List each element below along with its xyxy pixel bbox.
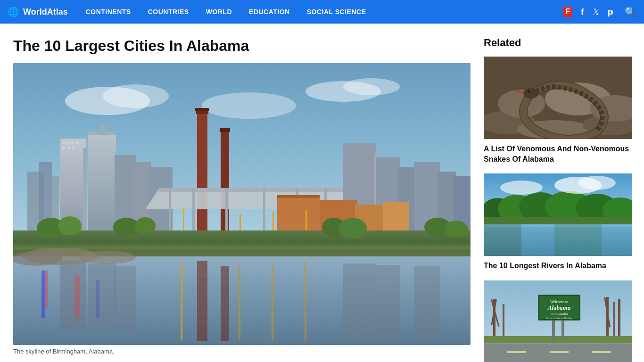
svg-point-100 (529, 90, 530, 91)
related-thumb-snakes[interactable] (484, 57, 632, 139)
svg-point-90 (79, 251, 136, 264)
svg-rect-18 (88, 132, 116, 233)
facebook-icon[interactable]: f (581, 7, 584, 17)
svg-rect-80 (376, 265, 400, 337)
related-title-rivers[interactable]: The 10 Longest Rivers In Alabama (484, 261, 635, 271)
nav-world[interactable]: WORLD (198, 0, 240, 24)
pinterest-icon[interactable]: 𝗽 (607, 7, 613, 17)
svg-text:Welcome to: Welcome to (550, 300, 568, 304)
sidebar: Related (484, 37, 635, 362)
svg-rect-68 (197, 261, 207, 341)
related-item-alabama: Welcome to Alabama the Beautiful Governo… (484, 280, 635, 362)
hero-caption: The skyline of Birmingham, Alabama. (13, 348, 471, 355)
svg-point-61 (339, 218, 367, 239)
article: The 10 Largest Cities In Alabama (13, 37, 471, 362)
svg-point-2 (103, 84, 169, 108)
svg-rect-118 (554, 224, 602, 256)
content-wrapper: The 10 Largest Cities In Alabama (0, 24, 644, 362)
svg-rect-17 (72, 147, 74, 149)
svg-rect-26 (195, 108, 209, 111)
svg-text:Governor Robert Bentley: Governor Robert Bentley (546, 317, 572, 320)
svg-rect-133 (507, 351, 526, 353)
nav-links: CONTINENTS COUNTRIES WORLD EDUCATION SOC… (77, 0, 563, 24)
svg-rect-30 (159, 188, 343, 192)
svg-rect-45 (277, 195, 320, 198)
svg-point-5 (202, 92, 296, 119)
flipboard-icon[interactable]: F (563, 7, 572, 17)
sidebar-title: Related (484, 37, 635, 49)
logo-text: WorldAtlas (23, 7, 68, 17)
related-item-snakes: A List Of Venomous And Non-Venomous Snak… (484, 57, 635, 164)
svg-rect-134 (550, 351, 569, 353)
svg-rect-67 (115, 266, 136, 332)
svg-rect-50 (182, 208, 185, 210)
nav-social-science[interactable]: SOCIAL SCIENCE (298, 0, 375, 24)
nav-countries[interactable]: COUNTRIES (140, 0, 198, 24)
article-title: The 10 Largest Cities In Alabama (13, 37, 471, 55)
related-title-snakes[interactable]: A List Of Venomous And Non-Venomous Snak… (484, 144, 635, 164)
svg-rect-76 (45, 271, 48, 308)
svg-point-57 (58, 216, 82, 235)
svg-point-89 (13, 252, 63, 266)
svg-rect-52 (272, 212, 274, 233)
svg-rect-11 (62, 142, 65, 144)
svg-rect-53 (305, 210, 307, 233)
related-thumb-rivers[interactable] (484, 173, 632, 256)
nav-continents[interactable]: CONTINENTS (77, 0, 140, 24)
svg-rect-14 (76, 142, 79, 144)
snake-image (484, 57, 632, 139)
svg-rect-136 (484, 336, 632, 343)
svg-rect-77 (74, 275, 80, 318)
svg-rect-81 (414, 266, 440, 337)
svg-rect-12 (67, 142, 70, 144)
related-thumb-alabama[interactable]: Welcome to Alabama the Beautiful Governo… (484, 280, 632, 362)
svg-point-98 (523, 88, 538, 99)
hero-svg (13, 63, 471, 345)
svg-rect-72 (239, 263, 240, 340)
svg-rect-20 (99, 124, 106, 135)
svg-point-99 (528, 90, 530, 92)
river-image (484, 173, 632, 256)
svg-rect-65 (60, 261, 86, 332)
article-hero-image (13, 63, 471, 345)
svg-rect-135 (592, 351, 611, 353)
svg-text:Alabama: Alabama (547, 304, 571, 311)
social-icons: F f 𝕏 𝗽 🔍 (563, 6, 636, 17)
svg-rect-49 (183, 209, 184, 233)
svg-text:the Beautiful: the Beautiful (551, 312, 568, 316)
twitter-icon[interactable]: 𝕏 (592, 7, 599, 17)
svg-rect-51 (239, 214, 241, 233)
globe-icon: 🌐 (8, 6, 19, 17)
svg-point-63 (445, 221, 468, 238)
svg-rect-28 (220, 128, 230, 132)
search-icon[interactable]: 🔍 (625, 6, 636, 17)
svg-point-121 (500, 181, 543, 195)
svg-rect-78 (96, 280, 99, 318)
svg-rect-73 (272, 262, 273, 340)
svg-rect-13 (72, 142, 74, 144)
site-logo[interactable]: 🌐 WorldAtlas (8, 6, 68, 17)
svg-rect-10 (83, 148, 87, 238)
svg-rect-27 (221, 129, 229, 232)
alabama-image: Welcome to Alabama the Beautiful Governo… (484, 280, 632, 362)
related-item-rivers: The 10 Longest Rivers In Alabama (484, 173, 635, 271)
svg-rect-66 (88, 263, 116, 332)
svg-rect-79 (343, 263, 376, 337)
svg-rect-74 (305, 261, 306, 340)
svg-rect-24 (197, 110, 207, 232)
svg-rect-117 (484, 224, 521, 256)
svg-rect-71 (182, 261, 182, 340)
main-nav: 🌐 WorldAtlas CONTINENTS COUNTRIES WORLD … (0, 0, 644, 24)
nav-education[interactable]: EDUCATION (240, 0, 298, 24)
svg-point-59 (135, 217, 156, 234)
svg-rect-15 (62, 147, 65, 149)
svg-point-120 (578, 176, 616, 190)
svg-rect-16 (67, 147, 70, 149)
svg-point-4 (343, 78, 400, 95)
